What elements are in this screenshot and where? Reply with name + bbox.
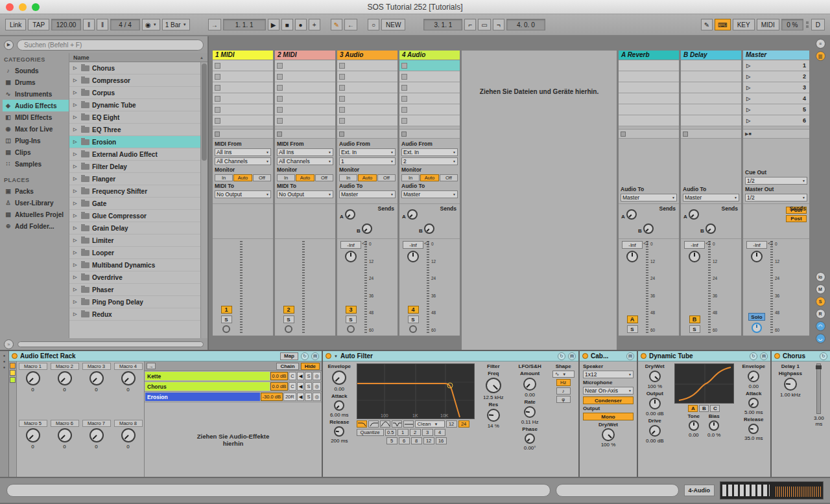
solo-button[interactable]: S bbox=[283, 315, 294, 323]
save-preset-icon[interactable]: ▤ bbox=[626, 352, 634, 360]
reenable-automation-button[interactable]: ← bbox=[344, 19, 357, 30]
browser-item-redux[interactable]: ▷Redux bbox=[69, 308, 208, 321]
clip-slot[interactable] bbox=[619, 60, 679, 71]
drive-value[interactable]: 0.00 dB bbox=[646, 438, 664, 444]
track-stop-button[interactable] bbox=[621, 132, 626, 137]
return-activator-button[interactable]: A bbox=[627, 315, 638, 323]
solo-button[interactable]: S bbox=[346, 315, 357, 323]
save-preset-icon[interactable]: ▤ bbox=[760, 352, 768, 360]
track-stop-button[interactable] bbox=[339, 132, 344, 137]
minimize-button[interactable] bbox=[19, 3, 27, 11]
model-a-button[interactable]: A bbox=[688, 405, 698, 412]
speaker-select[interactable]: 1x12▼ bbox=[583, 371, 634, 378]
phase-value[interactable]: 0.00° bbox=[524, 445, 536, 451]
drywet-knob[interactable] bbox=[602, 428, 615, 441]
scene-slot[interactable]: ▷1 bbox=[743, 60, 809, 71]
clip-slot[interactable] bbox=[275, 71, 335, 82]
clip-slot[interactable] bbox=[681, 71, 741, 82]
session-drop-zone[interactable]: Ziehen Sie Dateien und Geräte hierhin. bbox=[462, 51, 617, 350]
browser-item-erosion[interactable]: ▷Erosion bbox=[69, 136, 208, 148]
expand-icon[interactable]: ▷ bbox=[73, 78, 78, 83]
send-b-knob[interactable] bbox=[424, 223, 434, 234]
volume-display[interactable]: -Inf bbox=[403, 241, 423, 249]
clip-slot[interactable] bbox=[213, 93, 273, 104]
record-button[interactable]: ● bbox=[295, 19, 307, 30]
hide-button[interactable]: Hide bbox=[301, 363, 320, 370]
output-type-select[interactable]: Master▼ bbox=[401, 190, 458, 198]
slope-12-button[interactable]: 12 bbox=[446, 420, 457, 428]
send-a-knob[interactable] bbox=[407, 209, 418, 220]
loop-start-display[interactable]: 3. 1. 1 bbox=[423, 19, 462, 30]
monitor-off-button[interactable]: Off bbox=[440, 174, 458, 181]
time-signature-display[interactable]: 4 / 4 bbox=[110, 19, 140, 30]
expand-icon[interactable]: ▷ bbox=[73, 139, 78, 144]
clip-slot[interactable] bbox=[337, 60, 397, 71]
hotswap-icon[interactable]: ↻ bbox=[820, 352, 827, 360]
macro-value[interactable]: 0 bbox=[63, 387, 65, 393]
clip-slot[interactable] bbox=[399, 115, 460, 126]
clip-slot[interactable] bbox=[337, 104, 397, 115]
quantize-5-button[interactable]: 5 bbox=[386, 437, 397, 444]
expand-icon[interactable]: ▷ bbox=[73, 115, 78, 120]
master-out-select[interactable]: 1/2▼ bbox=[745, 194, 807, 201]
scene-play-icon[interactable]: ▷ bbox=[746, 85, 750, 91]
expand-icon[interactable]: ▷ bbox=[73, 152, 78, 157]
macro-value[interactable]: 0 bbox=[63, 444, 65, 450]
sidebar-item-instruments[interactable]: ∿Instruments bbox=[3, 88, 69, 100]
draw-mode-button[interactable]: ✎ bbox=[701, 19, 713, 30]
quantize-button[interactable]: Quantize bbox=[357, 429, 384, 436]
input-type-select[interactable]: Ext. In▼ bbox=[339, 148, 396, 156]
macro-label[interactable]: Macro 4 bbox=[114, 363, 143, 370]
clip-slot[interactable] bbox=[399, 104, 460, 115]
chain-name[interactable]: Kette bbox=[145, 372, 270, 380]
solo-button[interactable]: S bbox=[627, 325, 638, 333]
volume-display[interactable]: -Inf bbox=[340, 241, 361, 249]
chain-volume[interactable]: -30.0 dB bbox=[261, 393, 283, 401]
clip-slot[interactable] bbox=[213, 60, 273, 71]
output-type-select[interactable]: Master▼ bbox=[683, 194, 739, 201]
stop-all-clips-button[interactable]: ▶■ bbox=[745, 132, 752, 137]
drywet-value[interactable]: 100 % bbox=[647, 384, 662, 389]
browser-item-flanger[interactable]: ▷Flanger bbox=[69, 173, 208, 185]
browser-item-overdrive[interactable]: ▷Overdrive bbox=[69, 271, 208, 284]
clip-slot[interactable] bbox=[619, 104, 679, 115]
nudge-down-button[interactable]: ‖ bbox=[83, 19, 95, 30]
monitor-off-button[interactable]: Off bbox=[253, 174, 271, 181]
expand-icon[interactable]: ▷ bbox=[73, 238, 78, 243]
pan-knob[interactable] bbox=[751, 251, 763, 262]
macro-value[interactable]: 0 bbox=[31, 387, 34, 393]
clip-slot[interactable] bbox=[213, 104, 273, 115]
highpass-value[interactable]: 1.00 kHz bbox=[780, 392, 801, 398]
chain-drop-area[interactable]: Ziehen Sie Audio-Effekte hierhin bbox=[145, 402, 322, 477]
clip-slot[interactable] bbox=[681, 115, 741, 126]
mixer-r-toggle[interactable]: R bbox=[816, 309, 825, 319]
output-type-select[interactable]: Master▼ bbox=[339, 190, 396, 198]
track-activator-button[interactable]: 4 bbox=[408, 306, 419, 314]
tap-tempo-button[interactable]: TAP bbox=[28, 19, 49, 30]
quantize-0-5-button[interactable]: 0.5 bbox=[385, 429, 396, 436]
input-type-select[interactable]: All Ins▼ bbox=[277, 148, 333, 156]
rack-chain-toggle[interactable] bbox=[10, 370, 16, 376]
clip-slot[interactable] bbox=[681, 93, 741, 104]
expand-icon[interactable]: ▷ bbox=[73, 102, 78, 108]
macro-knob-4[interactable] bbox=[121, 371, 136, 385]
send-b-knob[interactable] bbox=[643, 223, 654, 234]
overdub-button[interactable]: + bbox=[309, 19, 320, 30]
filter-display[interactable]: 100 1K 10K bbox=[357, 363, 475, 419]
browser-item-frequency-shifter[interactable]: ▷Frequency Shifter bbox=[69, 185, 208, 198]
device-title-bar[interactable]: ▼ Auto Filter ↻ ▤ bbox=[323, 351, 578, 361]
chain-pan[interactable]: 20R bbox=[283, 393, 296, 401]
macro-label[interactable]: Macro 6 bbox=[51, 420, 79, 427]
stop-button[interactable]: ■ bbox=[281, 19, 293, 30]
scene-play-icon[interactable]: ▷ bbox=[746, 118, 750, 124]
metronome-button[interactable]: ◉▼ bbox=[142, 19, 160, 30]
volume-slider-pointer[interactable]: ◁ bbox=[768, 240, 772, 246]
track-header[interactable]: 2 MIDI bbox=[275, 51, 335, 60]
release-value[interactable]: 200 ms bbox=[331, 438, 348, 444]
quantize-16-button[interactable]: 16 bbox=[436, 437, 447, 444]
chain-speaker-icon[interactable]: ◀ bbox=[297, 393, 305, 401]
rate-value[interactable]: 0.11 Hz bbox=[521, 419, 539, 425]
scene-play-icon[interactable]: ▷ bbox=[746, 96, 750, 102]
envelope-value[interactable]: 0.00 bbox=[748, 384, 759, 389]
track-stop-button[interactable] bbox=[401, 132, 407, 137]
